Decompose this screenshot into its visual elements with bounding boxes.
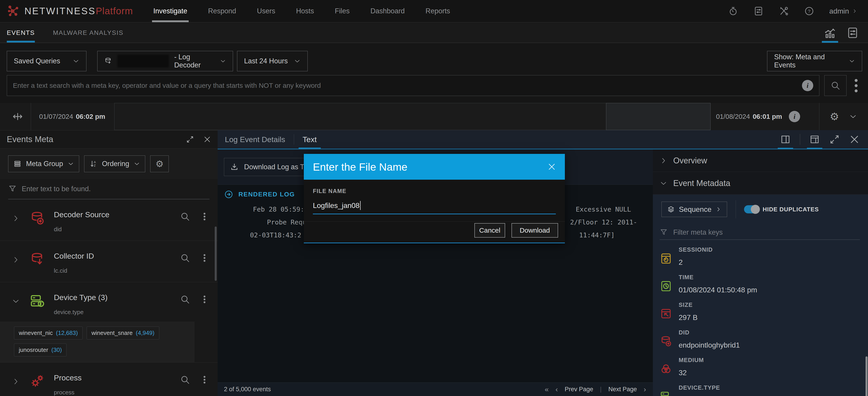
timeline-selection[interactable]: [606, 103, 711, 130]
overview-label: Overview: [673, 156, 707, 165]
chevron-down-icon[interactable]: [12, 297, 20, 305]
search-button[interactable]: [824, 75, 846, 96]
query-search-input[interactable]: Enter a text search with a meta key, ope…: [7, 75, 819, 96]
overview-accordion[interactable]: Overview: [653, 149, 868, 172]
chevron-right-icon[interactable]: [12, 377, 20, 386]
nav-item-files[interactable]: Files: [335, 0, 349, 22]
meta-row-key: lc.cid: [54, 267, 94, 274]
help-icon[interactable]: [804, 6, 814, 16]
file-name-input[interactable]: Logfiles_jan08: [313, 200, 556, 211]
tab-log-event-details[interactable]: Log Event Details: [225, 130, 285, 149]
timeline-info-icon[interactable]: i: [789, 111, 800, 122]
dialog-body: FILE NAME Logfiles_jan08 Cancel Download: [304, 180, 565, 243]
expand-panel-icon[interactable]: [186, 135, 194, 144]
nav-item-investigate[interactable]: Investigate: [153, 0, 187, 22]
timeline-row: 01/07/202406:02 pm 01/08/202406:01 pm i …: [0, 103, 868, 130]
download-button[interactable]: Download: [512, 223, 558, 238]
timeline-resize-handle-icon[interactable]: [12, 111, 24, 122]
layout-view-icon[interactable]: [809, 130, 820, 149]
timeline-chart[interactable]: [114, 103, 711, 130]
meta-value-chip[interactable]: winevent_nic (12,683): [14, 327, 83, 339]
left-panel-scrollbar[interactable]: [215, 226, 217, 281]
timeline-collapse-icon[interactable]: [849, 113, 857, 121]
dialog-close-icon[interactable]: [547, 162, 556, 171]
split-view-icon[interactable]: [780, 130, 791, 149]
log-line: Excessive NULL: [576, 206, 631, 213]
tab-malware-analysis[interactable]: MALWARE ANALYSIS: [53, 23, 124, 42]
time-range-label: Last 24 Hours: [244, 57, 288, 65]
kebab-menu-icon[interactable]: [199, 253, 210, 263]
entry-label: TIME: [679, 274, 757, 281]
tab-text[interactable]: Text: [303, 130, 317, 149]
rendered-log-toggle[interactable]: RENDERED LOG: [224, 190, 295, 199]
nav-item-users[interactable]: Users: [257, 0, 275, 22]
meta-key-list: Decoder Source did Collector ID lc.cid: [0, 200, 218, 396]
chevron-down-icon: [73, 58, 80, 64]
gear-icon: ⚙: [155, 159, 163, 169]
next-page-arrow[interactable]: ›: [644, 385, 646, 394]
prev-page-button[interactable]: Prev Page: [565, 386, 593, 393]
event-meta-panel: Overview Event Metadata Sequence HIDE DU…: [653, 149, 868, 396]
admin-tools-icon[interactable]: [779, 6, 789, 16]
hide-duplicates-label: HIDE DUPLICATES: [763, 206, 819, 213]
close-event-view-icon[interactable]: [849, 130, 860, 149]
nav-item-reports[interactable]: Reports: [426, 0, 450, 22]
events-preferences-icon[interactable]: [846, 23, 859, 43]
nav-item-dashboard[interactable]: Dashboard: [370, 0, 405, 22]
meta-group-dropdown[interactable]: Meta Group: [8, 155, 79, 172]
meta-value-chip[interactable]: winevent_snare (4,949): [87, 327, 159, 339]
meta-row-device-type[interactable]: Device Type (3) device.type winevent_nic…: [0, 282, 218, 363]
first-page-button[interactable]: «: [545, 385, 549, 394]
timeline-settings-icon[interactable]: ⚙: [830, 111, 839, 123]
sequence-button[interactable]: Sequence: [661, 202, 727, 217]
entry-value[interactable]: 01/08/2024 01:50:48 pm: [679, 286, 757, 294]
ordering-dropdown[interactable]: Ordering: [84, 155, 146, 172]
meta-filter-input[interactable]: Enter text to be found.: [8, 179, 210, 200]
meta-row-collector-id[interactable]: Collector ID lc.cid: [0, 241, 218, 282]
events-chart-view-icon[interactable]: [824, 23, 836, 43]
timeline-end-date: 01/08/202406:01 pm: [716, 113, 782, 120]
close-panel-icon[interactable]: [203, 135, 211, 144]
prev-page-arrow[interactable]: ‹: [556, 385, 558, 394]
download-log-label: Download Log as T: [244, 163, 305, 171]
kebab-menu-icon[interactable]: [199, 295, 210, 304]
next-page-button[interactable]: Next Page: [608, 386, 637, 393]
entry-value[interactable]: endpointloghybrid1: [679, 341, 740, 349]
search-info-icon[interactable]: i: [802, 80, 813, 91]
kebab-menu-icon[interactable]: [199, 212, 210, 221]
meta-row-decoder-source[interactable]: Decoder Source did: [0, 200, 218, 241]
chevron-right-icon[interactable]: [12, 214, 20, 222]
kebab-menu-icon[interactable]: [199, 375, 210, 385]
nav-item-hosts[interactable]: Hosts: [296, 0, 314, 22]
entry-value[interactable]: 32: [679, 369, 704, 377]
cancel-button[interactable]: Cancel: [474, 223, 505, 238]
timer-icon[interactable]: [728, 6, 738, 16]
meta-value-count: (12,683): [56, 330, 78, 336]
tab-events[interactable]: EVENTS: [7, 23, 35, 42]
search-icon[interactable]: [180, 375, 190, 385]
entry-label: SESSIONID: [679, 246, 713, 253]
window-scrollbar[interactable]: [866, 357, 868, 396]
meta-keys-filter-input[interactable]: Filter meta keys: [660, 225, 860, 240]
nav-item-respond[interactable]: Respond: [208, 0, 236, 22]
show-mode-dropdown[interactable]: Show: Meta and Events: [767, 51, 862, 71]
service-dropdown[interactable]: - Log Decoder: [97, 51, 233, 71]
search-icon[interactable]: [180, 212, 190, 221]
chevron-right-icon[interactable]: [12, 256, 20, 264]
event-metadata-accordion[interactable]: Event Metadata: [653, 172, 868, 194]
hide-duplicates-toggle[interactable]: [744, 205, 760, 213]
meta-value-chip[interactable]: junosrouter (30): [14, 343, 66, 357]
dialog-header: Enter the File Name: [304, 154, 565, 180]
entry-value[interactable]: 297 B: [679, 313, 698, 322]
preferences-icon[interactable]: [753, 6, 764, 16]
search-icon[interactable]: [180, 295, 190, 304]
entry-value[interactable]: 2: [679, 258, 713, 267]
user-menu[interactable]: admin: [829, 7, 857, 16]
maximize-icon[interactable]: [829, 130, 840, 149]
meta-row-process[interactable]: Process process: [0, 363, 218, 396]
search-options-kebab[interactable]: [852, 77, 860, 95]
search-icon[interactable]: [180, 253, 190, 263]
saved-queries-dropdown[interactable]: Saved Queries: [7, 51, 86, 71]
time-range-dropdown[interactable]: Last 24 Hours: [237, 51, 308, 71]
meta-settings-button[interactable]: ⚙: [150, 155, 169, 172]
